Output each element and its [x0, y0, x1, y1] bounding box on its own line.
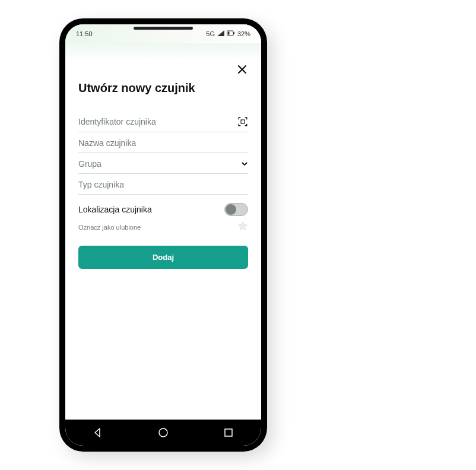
svg-rect-1 — [233, 32, 234, 34]
star-icon[interactable] — [237, 221, 248, 234]
signal-icon — [217, 30, 224, 37]
status-battery: 32% — [237, 30, 250, 37]
chevron-down-icon — [241, 160, 248, 167]
sensor-type-input[interactable] — [78, 180, 248, 189]
location-label: Lokalizacja czujnika — [78, 205, 152, 214]
nav-recent-button[interactable] — [222, 426, 235, 439]
svg-rect-3 — [241, 120, 245, 123]
add-button[interactable]: Dodaj — [78, 246, 248, 269]
header-gradient — [65, 43, 261, 60]
battery-icon — [227, 30, 235, 37]
svg-rect-5 — [225, 429, 232, 436]
page-title: Utwórz nowy czujnik — [78, 81, 248, 95]
status-time: 11:50 — [76, 30, 93, 37]
svg-rect-2 — [227, 32, 229, 35]
toggle-knob — [226, 204, 236, 215]
android-nav-bar — [65, 420, 261, 446]
location-toggle[interactable] — [224, 203, 248, 216]
location-row: Lokalizacja czujnika — [78, 195, 248, 220]
status-right: 5G 32% — [206, 30, 250, 37]
status-network: 5G — [206, 30, 215, 37]
svg-point-4 — [159, 428, 167, 437]
favorite-row: Oznacz jako ulubione — [78, 220, 248, 242]
phone-speaker — [134, 27, 193, 30]
close-button[interactable] — [236, 63, 248, 75]
group-label: Grupa — [78, 159, 101, 169]
sensor-name-input[interactable] — [78, 138, 248, 148]
screen: 11:50 5G 32% Utwórz nowy czujnik — [65, 24, 261, 446]
sensor-id-field[interactable] — [78, 110, 248, 132]
qr-scan-icon[interactable] — [237, 116, 248, 127]
favorite-label: Oznacz jako ulubione — [78, 224, 141, 231]
nav-home-button[interactable] — [157, 426, 170, 439]
phone-frame: 11:50 5G 32% Utwórz nowy czujnik — [59, 18, 267, 452]
nav-back-button[interactable] — [91, 426, 104, 439]
sensor-name-field[interactable] — [78, 132, 248, 153]
group-field[interactable]: Grupa — [78, 153, 248, 174]
sensor-id-input[interactable] — [78, 117, 237, 126]
sensor-type-field[interactable] — [78, 174, 248, 195]
content-area: Utwórz nowy czujnik Grupa — [65, 60, 261, 420]
